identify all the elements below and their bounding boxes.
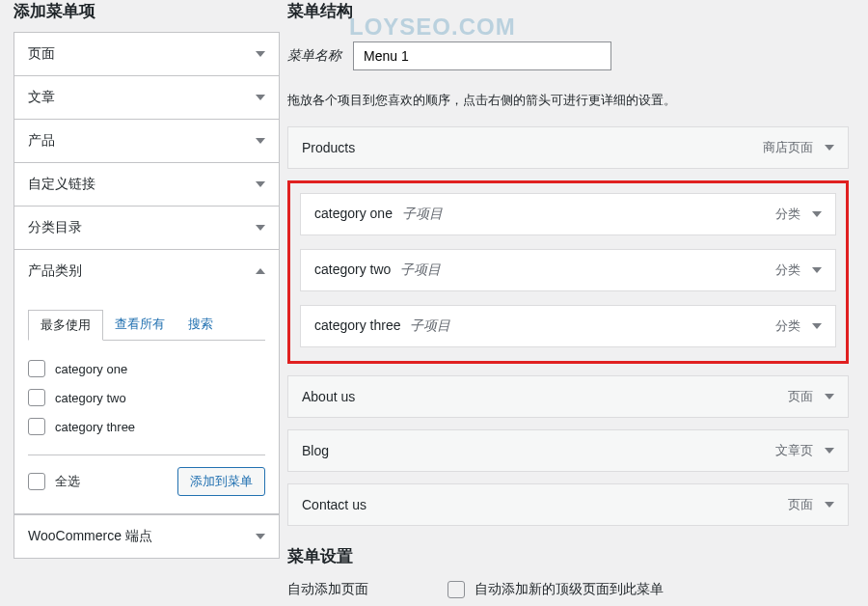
chevron-down-icon [256, 51, 265, 57]
accordion-page-label: 页面 [28, 45, 55, 63]
chevron-down-icon [256, 225, 265, 231]
menu-item-type: 分类 [775, 317, 800, 335]
checkbox-icon[interactable] [28, 360, 45, 377]
menu-item-type: 商店页面 [763, 139, 813, 156]
menu-name-label: 菜单名称 [287, 47, 341, 65]
auto-add-checkbox-row[interactable]: 自动添加新的顶级页面到此菜单 [448, 581, 664, 598]
auto-add-label: 自动添加页面 [287, 581, 448, 598]
tab-view-all[interactable]: 查看所有 [103, 310, 176, 340]
menu-item-contact[interactable]: Contact us 页面 [287, 483, 849, 526]
sidebar-title: 添加菜单项 [14, 0, 280, 22]
chevron-down-icon [256, 181, 265, 187]
menu-item-type: 页面 [788, 388, 813, 405]
menu-item-label: category two [314, 262, 391, 277]
menu-item-products[interactable]: Products 商店页面 [287, 126, 849, 169]
menu-item-type: 分类 [775, 206, 800, 223]
menu-item-category-one[interactable]: category one 子项目 分类 [300, 193, 836, 235]
menu-item-label: category three [314, 317, 401, 333]
category-row-three[interactable]: category three [28, 412, 265, 441]
chevron-down-icon [256, 138, 265, 144]
menu-item-label: category one [314, 206, 393, 221]
chevron-down-icon [812, 267, 822, 273]
menu-item-label: About us [302, 389, 355, 404]
accordion-custom-link[interactable]: 自定义链接 [14, 163, 279, 207]
accordion-page[interactable]: 页面 [14, 33, 279, 76]
highlight-box: category one 子项目 分类 category two 子项目 分类 [287, 180, 849, 364]
chevron-down-icon [825, 394, 834, 399]
category-row-two[interactable]: category two [28, 383, 265, 412]
accordion-product-label: 产品 [28, 132, 55, 150]
category-row-one[interactable]: category one [28, 354, 265, 383]
accordion-product-cat[interactable]: 产品类别 [14, 250, 279, 292]
chevron-down-icon [256, 95, 265, 100]
add-to-menu-button[interactable]: 添加到菜单 [177, 467, 265, 496]
category-label: category two [55, 391, 126, 405]
category-label: category one [55, 362, 127, 376]
chevron-down-icon [825, 145, 834, 151]
chevron-down-icon [812, 211, 822, 217]
menu-item-blog[interactable]: Blog 文章页 [287, 429, 849, 472]
menu-item-about[interactable]: About us 页面 [287, 375, 849, 418]
menu-name-input[interactable] [353, 41, 611, 70]
sidebar-accordion-container: 页面 文章 产品 自定义链接 分类目录 产品类别 最多使用 查看所有 搜索 [14, 32, 280, 559]
menu-item-type: 页面 [788, 496, 813, 513]
checkbox-icon[interactable] [28, 418, 45, 435]
sub-item-label: 子项目 [400, 262, 441, 277]
menu-item-category-three[interactable]: category three 子项目 分类 [300, 305, 836, 347]
accordion-product-cat-label: 产品类别 [28, 262, 82, 280]
select-all-row[interactable]: 全选 [28, 473, 80, 490]
auto-add-desc: 自动添加新的顶级页面到此菜单 [475, 581, 664, 598]
accordion-post[interactable]: 文章 [14, 76, 279, 120]
checkbox-icon[interactable] [28, 389, 45, 406]
select-all-label: 全选 [55, 473, 80, 490]
category-list: category one category two category three [28, 354, 265, 441]
tab-search[interactable]: 搜索 [176, 310, 225, 340]
accordion-category[interactable]: 分类目录 [14, 207, 279, 250]
accordion-woocommerce-label: WooCommerce 端点 [28, 528, 152, 545]
chevron-down-icon [825, 502, 834, 508]
accordion-product[interactable]: 产品 [14, 120, 279, 163]
sub-item-label: 子项目 [402, 206, 443, 221]
menu-item-label: Blog [302, 443, 329, 458]
menu-item-label: Products [302, 140, 355, 155]
sub-item-label: 子项目 [410, 317, 450, 333]
category-label: category three [55, 420, 135, 434]
menu-item-category-two[interactable]: category two 子项目 分类 [300, 249, 836, 291]
accordion-post-label: 文章 [28, 89, 55, 106]
chevron-down-icon [256, 534, 265, 539]
chevron-up-icon [256, 268, 265, 274]
menu-item-type: 分类 [775, 262, 800, 279]
accordion-woocommerce[interactable]: WooCommerce 端点 [14, 514, 279, 558]
tabs: 最多使用 查看所有 搜索 [28, 310, 265, 341]
tab-most-used[interactable]: 最多使用 [28, 310, 103, 341]
accordion-product-cat-body: 最多使用 查看所有 搜索 category one category two c… [14, 310, 279, 514]
menu-item-type: 文章页 [775, 442, 813, 459]
main-title: 菜单结构 [287, 0, 849, 22]
accordion-category-label: 分类目录 [28, 219, 82, 236]
description-text: 拖放各个项目到您喜欢的顺序，点击右侧的箭头可进行更详细的设置。 [287, 92, 849, 109]
checkbox-icon[interactable] [28, 473, 45, 490]
settings-title: 菜单设置 [287, 545, 849, 567]
chevron-down-icon [825, 448, 834, 454]
chevron-down-icon [812, 323, 822, 329]
menu-item-label: Contact us [302, 497, 366, 512]
checkbox-icon[interactable] [448, 581, 465, 598]
accordion-custom-link-label: 自定义链接 [28, 176, 95, 193]
